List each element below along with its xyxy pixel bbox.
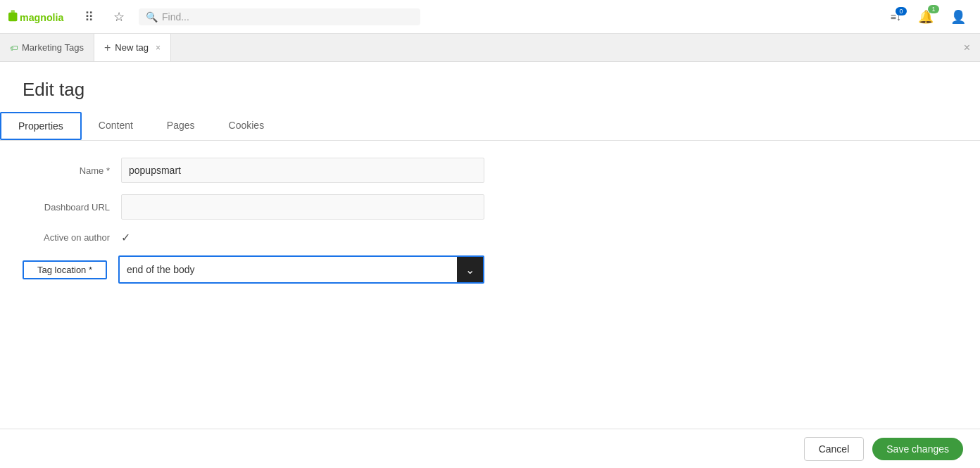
topbar: magnolia ⠿ ☆ 🔍 Find... ≡↓ 0 🔔 1 👤: [0, 0, 980, 34]
logo: magnolia: [8, 7, 65, 27]
window-close-button[interactable]: ×: [954, 34, 980, 61]
grid-icon-button[interactable]: ⠿: [79, 6, 99, 27]
filter-button[interactable]: ≡↓ 0: [885, 8, 907, 25]
tab-properties[interactable]: Properties: [1, 113, 80, 139]
main-content: Edit tag Properties Content Pages Cookie…: [0, 62, 980, 468]
svg-rect-0: [8, 12, 17, 20]
chevron-down-icon: ⌄: [465, 263, 475, 277]
active-on-author-checkbox[interactable]: ✓: [121, 231, 130, 244]
name-label: Name *: [23, 165, 121, 176]
subtabs: Properties Content Pages Cookies: [0, 112, 980, 141]
tabbar: 🏷 Marketing Tags + New tag × ×: [0, 34, 980, 62]
svg-text:magnolia: magnolia: [20, 12, 64, 23]
marketing-tab-icon: 🏷: [10, 44, 18, 52]
search-placeholder: Find...: [162, 11, 189, 23]
tag-location-select[interactable]: end of the body start of the body head: [120, 257, 457, 282]
cancel-button[interactable]: Cancel: [804, 437, 865, 461]
plus-icon: +: [104, 42, 111, 54]
tab-pages[interactable]: Pages: [150, 112, 212, 140]
active-on-author-row: Active on author ✓: [23, 231, 484, 244]
tab-new-tag[interactable]: + New tag ×: [94, 34, 171, 61]
form-area: Name * Dashboard URL Active on author ✓ …: [0, 141, 507, 312]
marketing-tab-label: Marketing Tags: [22, 42, 84, 53]
user-button[interactable]: 👤: [945, 6, 972, 27]
dashboard-url-row: Dashboard URL: [23, 194, 484, 220]
name-row: Name *: [23, 158, 484, 183]
save-changes-button[interactable]: Save changes: [872, 438, 963, 460]
page-title: Edit tag: [0, 62, 980, 112]
bell-button[interactable]: 🔔 1: [912, 6, 939, 27]
tab-marketing-tags[interactable]: 🏷 Marketing Tags: [0, 34, 94, 61]
new-tab-label: New tag: [115, 42, 149, 53]
bell-badge: 1: [928, 5, 939, 13]
checkmark-icon: ✓: [121, 231, 130, 244]
search-icon: 🔍: [146, 11, 158, 23]
star-icon-button[interactable]: ☆: [108, 6, 130, 27]
user-icon: 👤: [950, 9, 966, 25]
bottombar: Cancel Save changes: [0, 429, 980, 468]
tag-location-dropdown-button[interactable]: ⌄: [457, 257, 483, 282]
tag-location-label: Tag location *: [23, 260, 107, 279]
topbar-right: ≡↓ 0 🔔 1 👤: [885, 6, 972, 27]
tab-content[interactable]: Content: [82, 112, 150, 140]
search-bar[interactable]: 🔍 Find...: [139, 8, 420, 25]
star-icon: ☆: [113, 9, 125, 25]
tab-cookies[interactable]: Cookies: [212, 112, 282, 140]
tag-location-select-wrap: end of the body start of the body head ⌄: [118, 255, 484, 284]
tag-location-row: Tag location * end of the body start of …: [23, 255, 484, 284]
name-input[interactable]: [121, 158, 484, 183]
tab-close-icon[interactable]: ×: [156, 43, 161, 53]
dashboard-url-input[interactable]: [121, 194, 484, 220]
svg-rect-1: [11, 10, 15, 13]
grid-icon: ⠿: [84, 9, 94, 25]
active-on-author-label: Active on author: [23, 232, 121, 243]
window-close-icon: ×: [964, 42, 970, 54]
dashboard-url-label: Dashboard URL: [23, 202, 121, 213]
filter-badge: 0: [896, 7, 907, 15]
